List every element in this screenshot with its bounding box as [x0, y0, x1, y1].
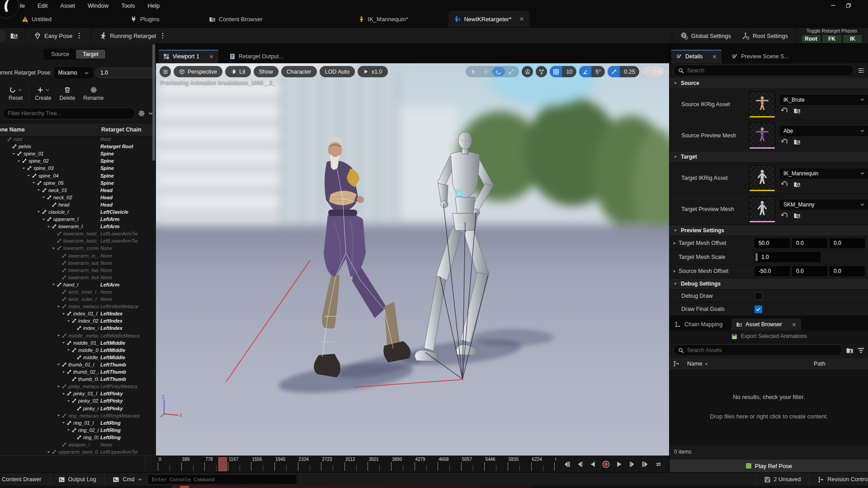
section-debug-settings[interactable]: Debug Settings [670, 278, 868, 290]
scale-tool[interactable] [505, 67, 518, 76]
select-tool[interactable] [467, 67, 480, 76]
source-mesh-offset-field[interactable]: 0.0 [830, 266, 865, 276]
phase-button-root[interactable]: Root [801, 34, 821, 43]
menu-tools[interactable]: Tools [121, 2, 135, 9]
menu-help[interactable]: Help [147, 2, 160, 9]
step-back-button[interactable] [574, 459, 585, 470]
tree-row-upperarm_l[interactable]: upperarm_lLeftArm [0, 216, 156, 223]
caret-right-icon[interactable] [672, 241, 676, 245]
asset-tab-newikretargeter-[interactable]: NewIKRetargeter* [448, 11, 530, 27]
tree-row-pinky_metacarpal_l[interactable]: pinky_metacarpal_lLeftPinkyMetaca [0, 383, 156, 390]
filter-icon[interactable] [857, 347, 865, 354]
tree-row-ring_01_l[interactable]: ring_01_lLeftRing [0, 419, 156, 427]
tab-source[interactable]: Source [44, 50, 76, 59]
display-options-icon[interactable] [858, 67, 865, 74]
tree-row-lowerarm_correctiv[interactable]: lowerarm_correctivNone [0, 244, 156, 252]
tree-row-lowerarm_l[interactable]: lowerarm_lLeftArm [0, 223, 156, 230]
target-mesh-offset-field[interactable]: 0.0 [830, 238, 865, 248]
content-drawer-button[interactable]: Content Drawer [0, 476, 47, 483]
cmd-dropdown[interactable]: Cmd [107, 476, 147, 483]
export-selected-animations-button[interactable]: Export Selected Animations [670, 330, 868, 343]
source-mesh-offset-field[interactable]: -50.0 [755, 266, 790, 276]
source-preview-mesh-dropdown[interactable]: Abe [780, 126, 868, 136]
tree-row-middle_02_l[interactable]: middle_02_lLeftMiddle [0, 347, 156, 354]
tab-viewport-1[interactable]: Viewport 1 [159, 50, 218, 63]
unsaved-button[interactable]: 2 Unsaved [759, 476, 807, 483]
tree-row-upperarm_twist_01_l[interactable]: upperarm_twist_01_lLeftUpperArmTw [0, 448, 156, 455]
lit-button[interactable]: Lit [225, 66, 250, 77]
coordinate-system-button[interactable] [522, 66, 533, 77]
tree-row-root[interactable]: rootRoot [0, 136, 156, 143]
unreal-logo[interactable] [0, 0, 20, 19]
tree-row-index_01_l[interactable]: index_01_lLeftIndex [0, 310, 156, 317]
easy-pose-button[interactable]: Easy Pose [28, 28, 88, 44]
browse-to-asset-icon[interactable] [793, 138, 801, 145]
revision-control-button[interactable]: Revision Control [812, 476, 868, 483]
phase-button-ik[interactable]: IK [843, 34, 863, 43]
target-mesh-scale-field[interactable]: 1.0 [755, 252, 821, 262]
rotation-snap-control[interactable]: 5° [579, 66, 605, 77]
tree-row-spine_02[interactable]: spine_02Spine [0, 157, 156, 164]
pose-blend-value[interactable]: 1.0 [95, 68, 156, 78]
close-icon[interactable] [209, 54, 214, 59]
step-forward-button[interactable] [627, 459, 638, 470]
grid-snap-control[interactable]: 10 [550, 66, 576, 77]
scale-snap-control[interactable]: 0.25 [608, 66, 639, 77]
tree-row-spine_05[interactable]: spine_05Spine [0, 179, 156, 187]
asset-tab-ik-mannequin-[interactable]: IK_Mannequin* [353, 11, 414, 27]
play-button[interactable] [613, 459, 625, 470]
timeline-playhead[interactable] [218, 457, 227, 471]
tree-row-middle_01_l[interactable]: middle_01_lLeftMiddle [0, 339, 156, 347]
skip-end-button[interactable] [640, 459, 651, 470]
use-selected-asset-icon[interactable] [781, 212, 788, 219]
more-options-icon[interactable] [75, 32, 83, 39]
tab-asset-browser[interactable]: Asset Browser [731, 319, 801, 330]
delete-button[interactable]: Delete [55, 85, 79, 101]
viewport-3d-scene[interactable]: Perspective Lit Show Character LOD Auto … [156, 63, 669, 455]
tree-row-lowerarm_fwd_l[interactable]: lowerarm_fwd_lNone [0, 267, 156, 274]
tree-row-lowerarm_out_l[interactable]: lowerarm_out_lNone [0, 259, 156, 267]
tab-details[interactable]: Details [671, 50, 722, 63]
rename-button[interactable]: Rename [79, 85, 108, 101]
target-mesh-offset-field[interactable]: 0.0 [792, 238, 827, 248]
viewport-menu-button[interactable] [160, 66, 171, 77]
asset-list-empty-area[interactable]: No results, check your filter. Drop file… [670, 370, 868, 445]
browse-asset-button[interactable] [5, 28, 23, 44]
column-bone-name[interactable]: Bone Name [0, 127, 25, 133]
tab-retarget-output[interactable]: Retarget Output... [225, 50, 288, 63]
asset-tab-content-browser[interactable]: Content Browser [203, 11, 268, 27]
tree-row-pinky_01_l[interactable]: pinky_01_lLeftPinky [0, 390, 156, 397]
menu-edit[interactable]: Edit [38, 2, 47, 9]
column-retarget-chain[interactable]: Retarget Chain [101, 127, 142, 133]
output-log-button[interactable]: Output Log [53, 476, 102, 483]
loop-button[interactable] [653, 459, 664, 470]
tree-row-index_03_l[interactable]: index_03_lLeftIndex [0, 324, 156, 332]
target-ikrig-asset-thumbnail[interactable] [749, 165, 775, 191]
tree-row-ring_02_l[interactable]: ring_02_lLeftRing [0, 427, 156, 434]
tree-row-thumb_03_l[interactable]: thumb_03_lLeftThumb [0, 375, 156, 383]
tree-row-clavicle_l[interactable]: clavicle_lLeftClavicle [0, 208, 156, 216]
tree-row-lowerarm_twist_02_l[interactable]: lowerarm_twist_02_lLeftLowerArmTw [0, 230, 156, 237]
draw-final-goals-checkbox[interactable] [755, 305, 762, 313]
tree-row-neck_02[interactable]: neck_02Head [0, 194, 156, 201]
source-ikrig-asset-dropdown[interactable]: IK_Brute [780, 95, 868, 105]
source-preview-mesh-thumbnail[interactable] [749, 122, 775, 149]
asset-search-input[interactable]: Search Assets [673, 344, 842, 356]
record-button[interactable] [600, 459, 612, 470]
tree-row-hand_l[interactable]: hand_lLeftArm [0, 281, 156, 288]
debug-draw-checkbox[interactable] [755, 292, 762, 300]
tree-row-weapon_l[interactable]: weapon_lNone [0, 441, 156, 448]
tree-row-index_metacarpal_l[interactable]: index_metacarpal_lLeftIndexMetacar [0, 303, 156, 310]
menu-window[interactable]: Window [88, 2, 108, 9]
close-icon[interactable] [712, 54, 717, 59]
lod-auto-button[interactable]: LOD Auto [320, 66, 355, 77]
section-preview-settings[interactable]: Preview Settings [670, 225, 868, 236]
column-path[interactable]: Path [810, 361, 868, 367]
tree-row-lowerarm_twist_01_l[interactable]: lowerarm_twist_01_lLeftLowerArmTw [0, 237, 156, 244]
folder-filter-icon[interactable] [846, 347, 854, 354]
use-selected-asset-icon[interactable] [781, 181, 788, 188]
column-name[interactable]: Name [684, 361, 810, 367]
tree-row-thumb_01_l[interactable]: thumb_01_lLeftThumb [0, 361, 156, 368]
move-tool[interactable] [480, 67, 492, 76]
tree-row-middle_03_l[interactable]: middle_03_lLeftMiddle [0, 354, 156, 361]
